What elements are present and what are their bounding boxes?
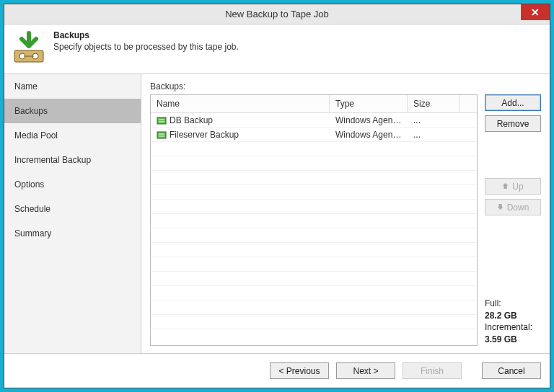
tape-icon [12, 30, 46, 65]
table-row [151, 171, 477, 185]
column-extra [460, 95, 477, 112]
up-button: 🡅 Up [485, 178, 541, 195]
svg-rect-4 [157, 132, 166, 138]
table-row [151, 214, 477, 228]
header-title: Backups [53, 30, 239, 40]
row-name: Fileserver Backup [170, 130, 239, 140]
size-stats: Full: 28.2 GB Incremental: 3.59 GB [485, 298, 541, 346]
row-size: ... [408, 114, 460, 127]
header-subtitle: Specify objects to be processed by this … [53, 42, 239, 52]
down-label: Down [507, 202, 529, 213]
wizard-body: Name Backups Media Pool Incremental Back… [4, 74, 550, 353]
backup-job-icon [157, 115, 167, 125]
incremental-label: Incremental: [485, 321, 541, 334]
close-icon: ✕ [531, 6, 540, 18]
svg-rect-3 [157, 117, 166, 124]
row-size: ... [408, 128, 460, 141]
previous-button[interactable]: < Previous [270, 362, 329, 379]
table-header: Name Type Size [151, 95, 477, 113]
down-button: 🡇 Down [485, 199, 541, 215]
backup-job-icon [157, 130, 167, 140]
wizard-sidebar: Name Backups Media Pool Incremental Back… [4, 74, 141, 353]
table-row [151, 185, 477, 200]
close-button[interactable]: ✕ [521, 4, 550, 20]
table-row [151, 228, 477, 243]
next-button[interactable]: Next > [336, 362, 395, 379]
wizard-window: New Backup to Tape Job ✕ Backups Specify… [4, 4, 550, 388]
finish-button: Finish [403, 362, 462, 379]
main-row: Name Type Size DB Backup [150, 94, 541, 346]
table-row [151, 200, 477, 214]
backups-table: Name Type Size DB Backup [150, 94, 478, 346]
table-body: DB Backup Windows Agent... ... F [151, 113, 477, 345]
table-row [151, 243, 477, 257]
sidebar-item-media-pool[interactable]: Media Pool [4, 123, 141, 148]
sidebar-item-schedule[interactable]: Schedule [4, 197, 141, 221]
full-value: 28.2 GB [485, 310, 541, 322]
titlebar: New Backup to Tape Job ✕ [4, 4, 550, 24]
arrow-down-icon: 🡇 [497, 203, 504, 211]
column-type[interactable]: Type [330, 95, 408, 112]
wizard-footer: < Previous Next > Finish Cancel [4, 353, 550, 388]
table-row [151, 300, 477, 315]
table-row [151, 156, 477, 171]
side-buttons: Add... Remove 🡅 Up 🡇 Down Full: 28.2 GB [485, 94, 541, 346]
arrow-up-icon: 🡅 [502, 182, 509, 190]
table-row [151, 257, 477, 272]
table-row [151, 286, 477, 300]
sidebar-item-summary[interactable]: Summary [4, 221, 141, 246]
wizard-header: Backups Specify objects to be processed … [4, 24, 550, 74]
sidebar-item-backups[interactable]: Backups [4, 99, 141, 123]
table-row[interactable]: Fileserver Backup Windows Agent... ... [151, 128, 477, 142]
sidebar-item-name[interactable]: Name [4, 74, 141, 99]
table-row[interactable]: DB Backup Windows Agent... ... [151, 113, 477, 128]
column-size[interactable]: Size [408, 95, 460, 112]
header-text: Backups Specify objects to be processed … [53, 30, 239, 52]
sidebar-item-incremental-backup[interactable]: Incremental Backup [4, 148, 141, 172]
up-label: Up [512, 182, 523, 192]
table-row [151, 142, 477, 156]
main-panel: Backups: Name Type Size [141, 74, 550, 353]
row-name: DB Backup [170, 115, 213, 125]
row-type: Windows Agent... [330, 128, 408, 141]
remove-button[interactable]: Remove [485, 115, 541, 132]
full-label: Full: [485, 298, 541, 310]
cancel-button[interactable]: Cancel [482, 362, 541, 379]
incremental-value: 3.59 GB [485, 334, 541, 346]
list-label: Backups: [150, 81, 541, 92]
window-title: New Backup to Tape Job [4, 9, 550, 19]
column-name[interactable]: Name [151, 95, 330, 112]
row-type: Windows Agent... [330, 114, 408, 127]
add-button[interactable]: Add... [485, 94, 541, 111]
table-row [151, 315, 477, 329]
sidebar-item-options[interactable]: Options [4, 172, 141, 197]
table-row [151, 272, 477, 286]
